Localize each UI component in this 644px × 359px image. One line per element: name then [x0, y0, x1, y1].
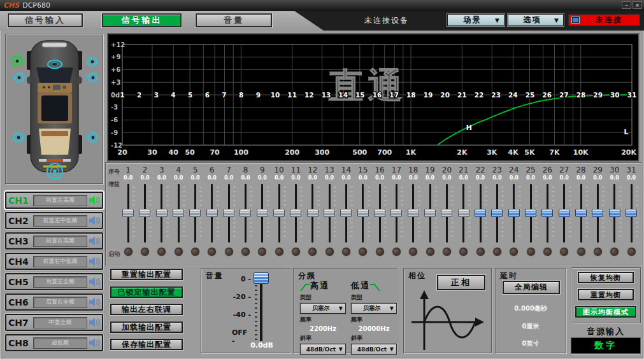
band-enable-button[interactable]	[341, 247, 351, 257]
slider-handle[interactable]	[374, 209, 385, 217]
band-gain-slider[interactable]	[120, 183, 136, 244]
band-enable-button[interactable]	[576, 247, 586, 257]
speaker-icon[interactable]	[89, 195, 100, 205]
speaker-icon[interactable]	[89, 257, 100, 266]
slider-handle[interactable]	[408, 209, 419, 217]
slider-handle[interactable]	[491, 209, 503, 217]
channel-row-ch8[interactable]: CH8超低频	[5, 334, 103, 351]
global-edit-button[interactable]: 全局编辑	[503, 281, 560, 294]
channel-row-ch1[interactable]: CH1前置左高频	[5, 192, 103, 209]
band-gain-slider[interactable]	[204, 183, 220, 244]
speaker-icon[interactable]	[89, 297, 100, 307]
channel-name-field[interactable]: 后置右全频	[33, 297, 87, 308]
output-config-button-5[interactable]: 保存输出配置	[110, 339, 183, 350]
band-gain-slider[interactable]	[506, 183, 522, 244]
band-gain-slider[interactable]	[623, 183, 640, 244]
band-enable-button[interactable]	[140, 247, 150, 257]
slider-handle[interactable]	[240, 209, 251, 217]
band-gain-slider[interactable]	[321, 183, 338, 244]
band-gain-slider[interactable]	[405, 183, 422, 244]
band-enable-button[interactable]	[257, 247, 267, 257]
slider-handle[interactable]	[559, 209, 570, 217]
channel-row-ch3[interactable]: CH3前置右高频	[5, 232, 103, 250]
output-config-button-4[interactable]: 加载输出配置	[110, 321, 183, 333]
band-enable-button[interactable]	[509, 247, 519, 257]
speaker-front-left-tweeter[interactable]	[11, 55, 24, 67]
band-enable-button[interactable]	[124, 247, 133, 257]
band-gain-slider[interactable]	[136, 183, 153, 244]
lowpass-slope-dropdown[interactable]: 48dB/Oct ▼	[351, 344, 397, 355]
slider-handle[interactable]	[206, 209, 218, 217]
speaker-icon[interactable]	[89, 236, 100, 246]
output-config-button-1[interactable]: 重置输出配置	[110, 269, 183, 280]
band-gain-slider[interactable]	[237, 183, 254, 244]
slider-handle[interactable]	[508, 209, 520, 217]
band-enable-button[interactable]	[291, 247, 301, 257]
band-enable-button[interactable]	[476, 247, 485, 257]
band-gain-slider[interactable]	[271, 183, 287, 244]
slider-handle[interactable]	[340, 209, 352, 217]
channel-name-field[interactable]: 中置全频	[33, 317, 87, 328]
slider-handle[interactable]	[290, 209, 301, 217]
phase-toggle-button[interactable]: 正相	[437, 275, 485, 290]
channel-row-ch4[interactable]: CH4前置右中低频	[5, 253, 103, 270]
channel-name-field[interactable]: 前置右高频	[33, 236, 87, 247]
slider-handle[interactable]	[223, 209, 234, 217]
band-gain-slider[interactable]	[220, 183, 237, 244]
slider-handle[interactable]	[122, 209, 134, 217]
channel-row-ch6[interactable]: CH6后置右全频	[5, 293, 103, 311]
slider-handle[interactable]	[139, 209, 150, 217]
slider-handle[interactable]	[189, 209, 201, 217]
slider-handle[interactable]	[156, 209, 168, 217]
slider-handle[interactable]	[541, 209, 553, 217]
band-gain-slider[interactable]	[287, 183, 304, 244]
band-gain-slider[interactable]	[539, 183, 555, 244]
volume-slider-track[interactable]	[260, 275, 262, 341]
band-gain-slider[interactable]	[438, 183, 455, 244]
output-config-button-2[interactable]: 已锁定输出配置	[110, 286, 183, 298]
band-gain-slider[interactable]	[606, 183, 623, 244]
slider-handle[interactable]	[475, 209, 486, 217]
slider-handle[interactable]	[626, 209, 637, 217]
band-gain-slider[interactable]	[472, 183, 489, 244]
band-gain-slider[interactable]	[338, 183, 354, 244]
band-enable-button[interactable]	[526, 247, 536, 257]
band-gain-slider[interactable]	[388, 183, 404, 244]
band-gain-slider[interactable]	[371, 183, 388, 244]
tab-1[interactable]: 信号输入	[8, 13, 83, 27]
highpass-type-dropdown[interactable]: 贝塞尔 ▼	[300, 303, 346, 314]
band-enable-button[interactable]	[627, 247, 636, 257]
band-enable-button[interactable]	[442, 247, 452, 257]
band-gain-slider[interactable]	[589, 183, 606, 244]
slider-handle[interactable]	[441, 209, 452, 217]
minimize-button[interactable]: –	[622, 1, 631, 9]
band-gain-slider[interactable]	[170, 183, 187, 244]
slider-handle[interactable]	[575, 209, 587, 217]
band-enable-button[interactable]	[610, 247, 619, 257]
close-button[interactable]: ✕	[633, 1, 642, 9]
band-enable-button[interactable]	[207, 247, 217, 257]
frequency-response-graph[interactable]: 直通+12+9+6+30dB-3-6-9-1220304050701002003…	[107, 33, 640, 162]
band-enable-button[interactable]	[543, 247, 552, 257]
slider-handle[interactable]	[257, 209, 268, 217]
band-gain-slider[interactable]	[573, 183, 589, 244]
speaker-icon[interactable]	[89, 277, 100, 286]
channel-name-field[interactable]: 前置左高频	[33, 195, 87, 206]
slider-handle[interactable]	[357, 209, 369, 217]
speaker-rear-left[interactable]	[14, 133, 25, 142]
tab-2[interactable]: 信号输出	[102, 13, 182, 27]
band-enable-button[interactable]	[190, 247, 200, 257]
band-gain-slider[interactable]	[522, 183, 539, 244]
tab-3[interactable]: 音量	[196, 13, 272, 27]
speaker-icon[interactable]	[89, 318, 100, 327]
channel-name-field[interactable]: 前置左中低频	[33, 215, 87, 227]
band-gain-slider[interactable]	[355, 183, 371, 244]
slider-handle[interactable]	[390, 209, 402, 217]
channel-row-ch7[interactable]: CH7中置全频	[5, 314, 103, 331]
band-enable-button[interactable]	[392, 247, 401, 257]
slider-handle[interactable]	[273, 209, 285, 217]
band-enable-button[interactable]	[559, 247, 569, 257]
channel-name-field[interactable]: 后置左全频	[33, 276, 87, 288]
band-enable-button[interactable]	[241, 247, 250, 257]
band-enable-button[interactable]	[308, 247, 317, 257]
